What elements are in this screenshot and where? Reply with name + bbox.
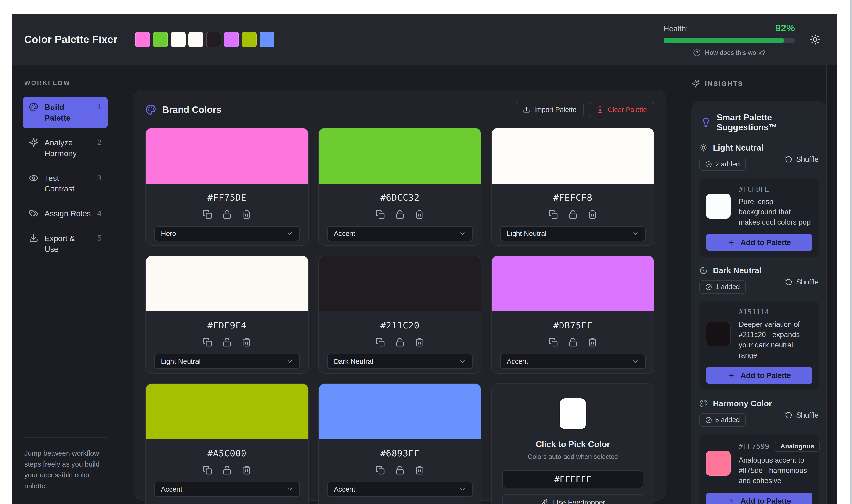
download-icon: [29, 234, 38, 243]
header-help-label: How does this work?: [705, 49, 765, 57]
browser-scrollbar[interactable]: [850, 0, 852, 504]
role-select[interactable]: Accent: [500, 354, 646, 369]
color-hex: #DB75FF: [554, 320, 593, 330]
unlock-icon[interactable]: [568, 210, 578, 219]
color-swatch[interactable]: [146, 384, 308, 439]
color-swatch[interactable]: [319, 256, 481, 311]
unlock-icon[interactable]: [222, 465, 232, 475]
color-swatch[interactable]: [146, 256, 308, 311]
section-title: Harmony Color: [713, 399, 772, 408]
rotate-ccw-icon: [785, 411, 792, 419]
added-count: 2 added: [715, 160, 740, 168]
color-card: #FEFCF8 Light Neutral: [491, 128, 654, 246]
header-help-link[interactable]: How does this work?: [664, 49, 795, 57]
color-picker-card: Click to Pick Color Colors auto-add when…: [491, 383, 654, 504]
suggestion-description: Analogous accent to #ff75de - harmonious…: [739, 455, 813, 486]
import-palette-button[interactable]: Import Palette: [515, 102, 584, 118]
copy-icon[interactable]: [203, 210, 212, 219]
shuffle-button[interactable]: Shuffle: [785, 278, 819, 286]
clear-palette-button[interactable]: Clear Palette: [589, 102, 654, 118]
sun-icon: [699, 144, 708, 152]
check-circle-icon: [705, 284, 712, 290]
suggestion-swatch: [706, 322, 731, 346]
delete-icon[interactable]: [415, 465, 424, 475]
picker-swatch[interactable]: [560, 398, 586, 429]
section-title: Light Neutral: [713, 143, 763, 152]
role-select[interactable]: Accent: [154, 482, 300, 497]
suggestions-title: Smart Palette Suggestions™: [717, 113, 819, 132]
sidebar-item-test-contrast[interactable]: Test Contrast 3: [23, 168, 108, 199]
copy-icon[interactable]: [376, 338, 385, 347]
suggestion-description: Deeper variation of #211c20 - expands yo…: [739, 319, 813, 360]
insights-scrollbar-gutter[interactable]: [826, 65, 837, 504]
unlock-icon[interactable]: [222, 210, 232, 219]
copy-icon[interactable]: [376, 465, 385, 475]
copy-icon[interactable]: [548, 338, 558, 347]
section-title: Dark Neutral: [713, 266, 762, 275]
role-select[interactable]: Light Neutral: [500, 226, 646, 241]
sidebar-item-export-use[interactable]: Export & Use 5: [23, 228, 108, 259]
hex-input[interactable]: #FFFFFF: [503, 470, 643, 488]
app-window: Color Palette Fixer Health: 92% How does…: [12, 15, 837, 504]
role-select[interactable]: Dark Neutral: [327, 354, 473, 369]
added-badge: 2 added: [699, 158, 746, 171]
unlock-icon[interactable]: [568, 338, 578, 347]
shuffle-button[interactable]: Shuffle: [785, 155, 819, 164]
copy-icon[interactable]: [203, 465, 212, 475]
lightbulb-icon: [701, 118, 711, 128]
delete-icon[interactable]: [242, 210, 251, 219]
brand-colors-panel: Brand Colors Import Palette Clear Palett…: [134, 90, 666, 501]
delete-icon[interactable]: [242, 465, 251, 475]
shuffle-button[interactable]: Shuffle: [785, 411, 819, 419]
sidebar-note: Jump between workflow steps freely as yo…: [24, 448, 106, 491]
color-swatch[interactable]: [319, 128, 481, 183]
suggestion-hex: #151114: [739, 308, 769, 316]
role-select-value: Light Neutral: [161, 357, 201, 365]
eyedropper-icon: [540, 499, 548, 504]
role-select[interactable]: Accent: [327, 226, 473, 241]
color-card: #6DCC32 Accent: [319, 128, 482, 246]
sidebar-item-analyze-harmony[interactable]: Analyze Harmony 2: [23, 132, 108, 164]
color-hex: #FDF9F4: [207, 320, 247, 330]
color-swatch[interactable]: [492, 256, 654, 311]
plus-icon: [727, 372, 735, 379]
color-hex: #FEFCF8: [554, 192, 593, 203]
use-eyedropper-button[interactable]: Use Eyedropper: [503, 494, 643, 504]
theme-toggle-sun-icon[interactable]: [810, 34, 821, 45]
add-to-palette-button[interactable]: Add to Palette: [706, 367, 813, 384]
delete-icon[interactable]: [415, 338, 424, 347]
role-select[interactable]: Accent: [327, 482, 473, 497]
unlock-icon[interactable]: [222, 338, 232, 347]
copy-icon[interactable]: [376, 210, 385, 219]
copy-icon[interactable]: [203, 338, 212, 347]
color-swatch[interactable]: [319, 384, 481, 439]
shuffle-label: Shuffle: [796, 411, 819, 419]
color-swatch[interactable]: [492, 128, 654, 183]
shuffle-label: Shuffle: [796, 278, 819, 286]
copy-icon[interactable]: [548, 210, 558, 219]
unlock-icon[interactable]: [395, 465, 404, 475]
delete-icon[interactable]: [415, 210, 424, 219]
delete-icon[interactable]: [588, 210, 597, 219]
step-number: 4: [97, 209, 102, 218]
sidebar-item-label: Build Palette: [44, 102, 91, 123]
header-swatch: [224, 32, 239, 47]
suggestion-card: #FCFDFE Pure, crisp background that make…: [699, 178, 819, 257]
color-card: #A5C000 Accent: [145, 383, 309, 504]
role-select[interactable]: Light Neutral: [154, 354, 300, 369]
plus-icon: [727, 239, 735, 246]
unlock-icon[interactable]: [395, 210, 404, 219]
color-swatch[interactable]: [146, 128, 308, 183]
add-to-palette-button[interactable]: Add to Palette: [706, 234, 813, 251]
role-select[interactable]: Hero: [154, 226, 300, 241]
header-swatch: [153, 32, 168, 47]
sidebar-item-label: Test Contrast: [44, 173, 91, 195]
chevron-down-icon: [459, 230, 466, 237]
sidebar-item-assign-roles[interactable]: Assign Roles 4: [23, 203, 108, 224]
unlock-icon[interactable]: [395, 338, 404, 347]
sidebar-item-build-palette[interactable]: Build Palette 1: [23, 97, 108, 128]
add-to-palette-button[interactable]: Add to Palette: [706, 492, 813, 504]
color-hex: #6DCC32: [380, 192, 419, 203]
delete-icon[interactable]: [242, 338, 251, 347]
delete-icon[interactable]: [588, 338, 597, 347]
